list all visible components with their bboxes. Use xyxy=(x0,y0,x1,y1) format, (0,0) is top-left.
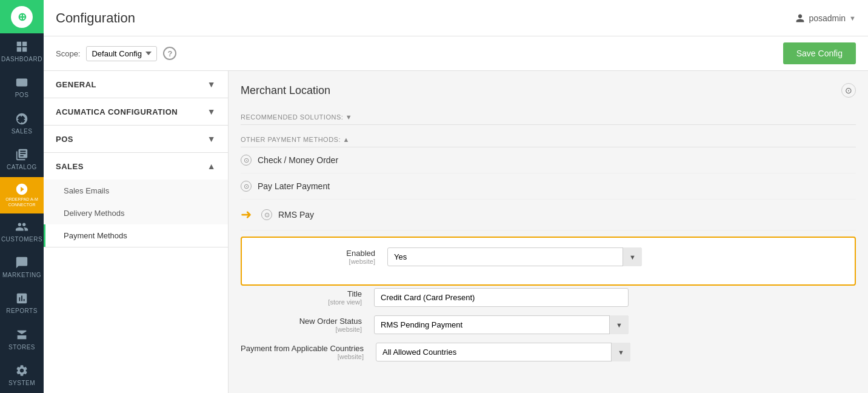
scope-bar: Scope: Default Config ? Save Config xyxy=(44,36,868,71)
payment-item-pay-later[interactable]: ⊙ Pay Later Payment xyxy=(241,173,856,200)
svg-rect-4 xyxy=(16,79,27,87)
nav-section-sales-items: Sales Emails Delivery Methods Payment Me… xyxy=(44,180,228,247)
user-menu[interactable]: posadmin ▼ xyxy=(795,13,856,23)
nav-section-acumatica: Acumatica Configuration ▼ xyxy=(44,98,228,126)
title-input[interactable] xyxy=(374,288,629,307)
enabled-label-sub: [website] xyxy=(254,258,375,265)
sidebar-item-sales[interactable]: Sales xyxy=(0,106,44,141)
new-order-label-sub: [website] xyxy=(241,326,362,333)
svg-rect-5 xyxy=(19,81,25,82)
sidebar-item-stores[interactable]: Stores xyxy=(0,321,44,357)
nav-item-payment-methods[interactable]: Payment Methods xyxy=(44,224,228,247)
sidebar-item-marketing[interactable]: Marketing xyxy=(0,249,44,285)
enabled-control: Yes No ▼ xyxy=(387,247,642,266)
payment-countries-control: All Allowed Countries ▼ xyxy=(376,343,630,361)
nav-section-acumatica-header[interactable]: Acumatica Configuration ▼ xyxy=(44,98,228,125)
sidebar-item-connector[interactable]: ORDERPAD A-M CONNECTOR xyxy=(0,177,44,213)
sidebar-item-label: Catalog xyxy=(7,164,37,170)
collapse-merchant-button[interactable]: ⊙ xyxy=(841,83,856,98)
enabled-label: Enabled [website] xyxy=(254,249,387,265)
help-button[interactable]: ? xyxy=(163,47,176,60)
sidebar-item-catalog[interactable]: Catalog xyxy=(0,141,44,177)
toggle-pay-later-icon: ⊙ xyxy=(241,181,252,192)
title-label-sub: [store view] xyxy=(241,298,362,306)
pos-icon xyxy=(15,76,28,89)
logo[interactable]: ⊕ xyxy=(0,0,44,33)
nav-section-pos: POS ▼ xyxy=(44,126,228,153)
nav-section-pos-label: POS xyxy=(56,135,73,144)
user-dropdown-icon: ▼ xyxy=(849,15,856,22)
sidebar-item-label: Sales xyxy=(12,128,33,135)
nav-section-general-header[interactable]: General ▼ xyxy=(44,71,228,98)
chevron-down-icon: ▼ xyxy=(207,79,216,89)
sidebar-item-dashboard[interactable]: Dashboard xyxy=(0,33,44,69)
svg-rect-6 xyxy=(19,83,23,84)
chevron-up-icon: ▲ xyxy=(207,161,216,171)
sidebar-item-label: Reports xyxy=(6,307,38,314)
other-payment-methods-label: OTHER PAYMENT METHODS: ▲ xyxy=(241,130,856,147)
new-order-select-wrapper: RMS Pending Payment ▼ xyxy=(374,315,629,334)
nav-section-sales: Sales ▲ Sales Emails Delivery Methods Pa… xyxy=(44,153,228,247)
save-config-button[interactable]: Save Config xyxy=(783,42,856,64)
svg-rect-0 xyxy=(17,42,21,46)
payment-countries-label-sub: [website] xyxy=(241,353,364,360)
toggle-rms-pay-icon: ⊙ xyxy=(261,209,272,220)
payment-item-pay-later-label: Pay Later Payment xyxy=(258,181,330,191)
svg-rect-2 xyxy=(17,47,21,52)
other-label-text: OTHER PAYMENT METHODS: ▲ xyxy=(241,136,350,143)
scope-left: Scope: Default Config ? xyxy=(56,46,176,61)
sidebar-item-pos[interactable]: POS xyxy=(0,69,44,105)
nav-section-pos-header[interactable]: POS ▼ xyxy=(44,126,228,152)
sidebar-item-label: System xyxy=(8,380,35,386)
sidebar: ⊕ Dashboard POS Sales Catalog ORDERPAD A… xyxy=(0,0,44,393)
payment-countries-select[interactable]: All Allowed Countries xyxy=(376,343,630,361)
payment-item-check-money[interactable]: ⊙ Check / Money Order xyxy=(241,147,856,173)
recommended-solutions-label: RECOMMENDED SOLUTIONS: ▼ xyxy=(241,107,856,125)
content-area: General ▼ Acumatica Configuration ▼ POS … xyxy=(44,71,868,393)
nav-section-sales-header[interactable]: Sales ▲ xyxy=(44,153,228,180)
sidebar-item-label: Customers xyxy=(1,236,42,243)
payment-countries-row: Payment from Applicable Countries [websi… xyxy=(241,343,856,361)
payment-item-check-money-label: Check / Money Order xyxy=(258,155,338,165)
enabled-row: Enabled [website] Yes No ▼ xyxy=(254,247,843,266)
payment-countries-label-main: Payment from Applicable Countries xyxy=(241,344,364,353)
page-title: Configuration xyxy=(56,10,135,26)
payment-item-rms-pay[interactable]: ➜ ⊙ RMS Pay xyxy=(241,200,856,230)
new-order-control: RMS Pending Payment ▼ xyxy=(374,315,629,334)
toggle-check-money-icon: ⊙ xyxy=(241,155,252,166)
scope-label: Scope: xyxy=(56,49,80,58)
sidebar-item-label: Dashboard xyxy=(1,56,42,62)
nav-section-sales-label: Sales xyxy=(56,162,84,171)
topbar: Configuration posadmin ▼ xyxy=(44,0,868,36)
nav-section-acumatica-label: Acumatica Configuration xyxy=(56,107,178,116)
marketing-icon xyxy=(15,256,28,269)
sales-icon xyxy=(15,112,28,126)
scope-select[interactable]: Default Config xyxy=(86,46,157,61)
nav-item-delivery-methods[interactable]: Delivery Methods xyxy=(44,202,228,224)
sidebar-item-reports[interactable]: Reports xyxy=(0,285,44,321)
enabled-select-wrapper: Yes No ▼ xyxy=(387,247,642,266)
user-icon xyxy=(795,13,805,23)
merchant-location-header: Merchant Location ⊙ xyxy=(241,83,856,98)
customers-icon xyxy=(15,220,28,233)
connector-icon xyxy=(15,183,28,196)
arrow-indicator-icon: ➜ xyxy=(241,207,252,223)
merchant-location-title: Merchant Location xyxy=(241,84,330,97)
sidebar-item-system[interactable]: System xyxy=(0,357,44,393)
reports-icon xyxy=(15,292,28,305)
sidebar-item-customers[interactable]: Customers xyxy=(0,213,44,249)
username: posadmin xyxy=(809,13,846,23)
sidebar-item-label: Stores xyxy=(8,344,35,351)
recommended-label-text: RECOMMENDED SOLUTIONS: ▼ xyxy=(241,113,352,121)
dashboard-icon xyxy=(15,40,28,53)
enabled-select[interactable]: Yes No xyxy=(387,247,642,266)
nav-section-general-label: General xyxy=(56,80,96,89)
new-order-select[interactable]: RMS Pending Payment xyxy=(374,315,629,334)
nav-item-sales-emails[interactable]: Sales Emails xyxy=(44,180,228,202)
chevron-down-icon: ▼ xyxy=(207,107,216,116)
new-order-status-label: New Order Status [website] xyxy=(241,317,374,333)
payment-countries-select-wrapper: All Allowed Countries ▼ xyxy=(376,343,630,361)
stores-icon xyxy=(15,328,28,341)
left-panel: General ▼ Acumatica Configuration ▼ POS … xyxy=(44,71,229,393)
main-content: Configuration posadmin ▼ Scope: Default … xyxy=(44,0,868,393)
